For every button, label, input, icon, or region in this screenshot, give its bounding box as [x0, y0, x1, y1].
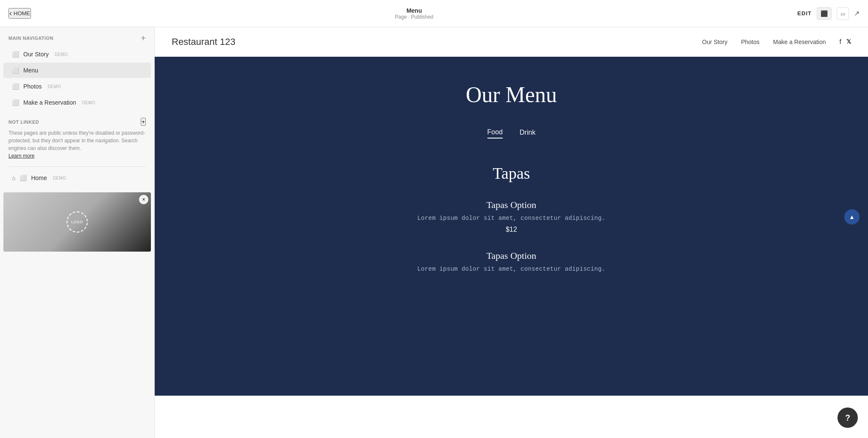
sidebar-item-menu[interactable]: ⬜ Menu	[3, 63, 151, 78]
demo-badge: DEMO	[53, 176, 66, 180]
help-button[interactable]: ?	[837, 408, 858, 428]
nav-make-reservation[interactable]: Make a Reservation	[773, 39, 826, 45]
main-nav-label: MAIN NAVIGATION	[8, 36, 53, 41]
sidebar: MAIN NAVIGATION + ⬜ Our Story DEMO ⬜ Men…	[0, 27, 155, 438]
edit-button[interactable]: EDIT	[797, 10, 812, 17]
menu-tabs: Food Drink	[172, 128, 851, 139]
top-bar-center: Menu Page · Published	[395, 7, 434, 20]
page-name: Menu	[395, 7, 434, 14]
scroll-top-button[interactable]: ▲	[844, 209, 860, 225]
sidebar-item-photos[interactable]: ⬜ Photos DEMO	[3, 79, 151, 94]
not-linked-description: These pages are public unless they're di…	[8, 129, 146, 160]
menu-item-name: Tapas Option	[172, 200, 851, 211]
demo-badge: DEMO	[82, 100, 95, 105]
learn-more-link[interactable]: Learn more	[8, 153, 34, 159]
not-linked-header: NOT LINKED +	[8, 118, 146, 126]
demo-badge: DEMO	[48, 84, 61, 89]
sidebar-item-label: Menu	[23, 67, 38, 74]
sidebar-item-home[interactable]: ⌂ ⬜ Home DEMO	[3, 170, 151, 186]
logo-circle: LOGO	[67, 211, 88, 233]
sidebar-item-make-reservation[interactable]: ⬜ Make a Reservation DEMO	[3, 95, 151, 110]
desktop-view-button[interactable]: ⬛	[817, 7, 832, 20]
external-link-button[interactable]: ↗	[854, 9, 860, 17]
not-linked-label: NOT LINKED	[8, 119, 39, 125]
page-icon: ⬜	[12, 99, 19, 106]
home-icon: ⌂	[12, 175, 15, 181]
menu-item-price: $12	[172, 226, 851, 233]
top-bar-left: ‹ HOME	[8, 8, 31, 19]
nav-photos[interactable]: Photos	[741, 39, 760, 45]
external-link-icon: ↗	[854, 10, 860, 17]
food-tab[interactable]: Food	[487, 128, 503, 139]
social-icons: f 𝕏	[840, 38, 851, 46]
top-bar: ‹ HOME Menu Page · Published EDIT ⬛ ▭ ↗	[0, 0, 868, 27]
menu-item-name: Tapas Option	[172, 250, 851, 261]
site-header: Restaurant 123 Our Story Photos Make a R…	[155, 27, 868, 57]
menu-item-description: Lorem ipsum dolor sit amet, consectetur …	[172, 215, 851, 222]
not-linked-section: NOT LINKED + These pages are public unle…	[0, 111, 154, 163]
menu-hero-section: Our Menu Food Drink ▲ Tapas Tapas Option…	[155, 57, 868, 396]
site-nav: Our Story Photos Make a Reservation f 𝕏	[702, 38, 851, 46]
add-icon: +	[142, 119, 145, 125]
sidebar-bottom-image: LOGO ×	[3, 192, 151, 252]
sidebar-item-label: Photos	[23, 83, 42, 90]
page-icon: ⬜	[12, 51, 19, 58]
back-home-button[interactable]: ‹ HOME	[8, 8, 31, 19]
main-layout: MAIN NAVIGATION + ⬜ Our Story DEMO ⬜ Men…	[0, 27, 868, 438]
desktop-icon: ⬛	[821, 10, 828, 17]
add-not-linked-button[interactable]: +	[141, 118, 146, 126]
twitter-icon[interactable]: 𝕏	[846, 38, 851, 46]
top-bar-right: EDIT ⬛ ▭ ↗	[797, 7, 860, 20]
preview-area: Restaurant 123 Our Story Photos Make a R…	[155, 27, 868, 438]
menu-section-tapas: Tapas	[172, 164, 851, 183]
add-nav-item-button[interactable]: +	[141, 34, 146, 42]
sidebar-item-label: Our Story	[23, 51, 49, 58]
main-nav-header: MAIN NAVIGATION +	[0, 27, 154, 46]
image-placeholder: LOGO	[3, 192, 151, 252]
scroll-up-icon: ▲	[849, 213, 855, 220]
sidebar-item-label: Home	[31, 175, 47, 181]
mobile-icon: ▭	[840, 11, 845, 17]
site-logo: Restaurant 123	[172, 36, 235, 47]
sidebar-divider	[8, 166, 146, 167]
facebook-icon[interactable]: f	[840, 38, 841, 46]
back-arrow-icon: ‹	[9, 9, 12, 18]
menu-item: Tapas Option Lorem ipsum dolor sit amet,…	[172, 200, 851, 233]
close-image-button[interactable]: ×	[139, 195, 148, 204]
menu-item-description: Lorem ipsum dolor sit amet, consectetur …	[172, 266, 851, 272]
menu-item: Tapas Option Lorem ipsum dolor sit amet,…	[172, 250, 851, 272]
add-icon: +	[141, 33, 146, 43]
page-icon: ⬜	[12, 67, 19, 74]
page-icon: ⬜	[12, 83, 19, 90]
page-icon: ⬜	[19, 175, 27, 181]
drink-tab[interactable]: Drink	[520, 129, 535, 138]
sidebar-item-our-story[interactable]: ⬜ Our Story DEMO	[3, 47, 151, 62]
menu-page-title: Our Menu	[172, 82, 851, 107]
demo-badge: DEMO	[55, 52, 68, 57]
mobile-view-button[interactable]: ▭	[837, 7, 849, 20]
sidebar-item-label: Make a Reservation	[23, 99, 76, 106]
help-icon: ?	[845, 413, 850, 423]
back-home-label: HOME	[14, 10, 30, 17]
close-icon: ×	[142, 197, 145, 202]
page-status: Page · Published	[395, 14, 434, 20]
preview-frame: Restaurant 123 Our Story Photos Make a R…	[155, 27, 868, 438]
nav-our-story[interactable]: Our Story	[702, 39, 728, 45]
